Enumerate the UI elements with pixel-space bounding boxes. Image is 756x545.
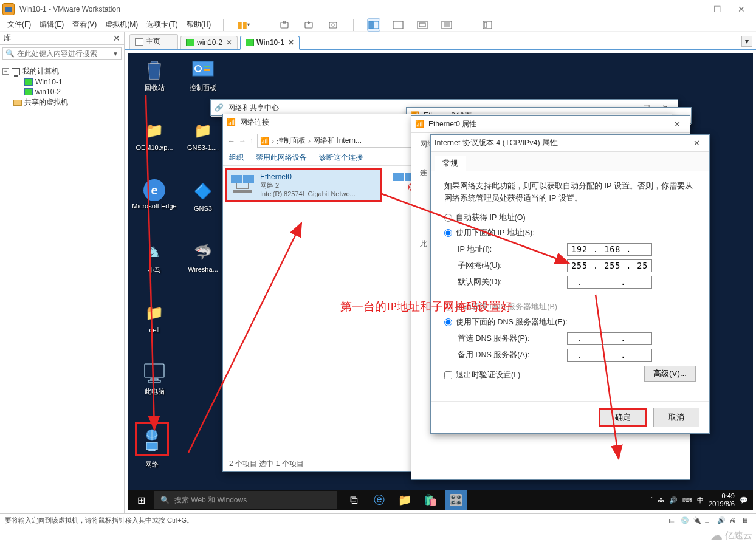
menu-help[interactable]: 帮助(H) — [187, 19, 211, 30]
status-cd-icon[interactable]: 💿 — [681, 516, 690, 525]
collapse-icon[interactable]: − — [2, 68, 9, 75]
minimize-button[interactable]: — — [681, 1, 705, 17]
edge-icon[interactable]: ⓔ — [368, 490, 390, 510]
menu-file[interactable]: 文件(F) — [7, 19, 31, 30]
explorer-icon[interactable]: 📁 — [394, 490, 416, 510]
desktop-network[interactable]: 网络 — [129, 422, 175, 469]
tab-home[interactable]: 主页 — [129, 34, 178, 49]
tab-win10-1[interactable]: Win10-1 ✕ — [240, 36, 300, 50]
vm-display[interactable]: 回收站 控制面板 📁 OEM10.xp... 📁 GNS3-1.... Micr… — [128, 53, 753, 510]
advanced-button[interactable]: 高级(V)... — [644, 366, 696, 382]
tray-lang-icon[interactable]: 中 — [697, 496, 704, 505]
snapshot-icon[interactable] — [278, 18, 291, 32]
sidebar-close-icon[interactable]: ✕ — [113, 33, 120, 43]
cmd-organize[interactable]: 组织 — [229, 153, 244, 163]
snapshot-revert-icon[interactable] — [302, 18, 315, 32]
subnet-mask-input[interactable] — [567, 259, 652, 272]
svg-rect-22 — [149, 450, 155, 451]
desktop-oem-folder[interactable]: 📁 OEM10.xp... — [131, 118, 177, 151]
tab-close-icon[interactable]: ✕ — [226, 38, 232, 47]
action-center-icon[interactable]: 💬 — [740, 496, 748, 504]
taskbar-search[interactable]: 🔍 搜索 Web 和 Windows — [154, 491, 337, 509]
cmd-disable[interactable]: 禁用此网络设备 — [256, 153, 307, 163]
svg-rect-13 — [193, 61, 213, 76]
cmd-diagnose[interactable]: 诊断这个连接 — [319, 153, 363, 163]
close-icon[interactable]: ✕ — [687, 139, 706, 148]
dns1-input[interactable] — [567, 332, 652, 345]
folder-icon — [13, 100, 22, 106]
ip-address-input[interactable] — [567, 243, 652, 256]
maximize-button[interactable]: ☐ — [705, 1, 729, 17]
sidebar-search[interactable]: 🔍 ▼ — [2, 47, 122, 60]
view-fullscreen-icon[interactable] — [416, 18, 429, 32]
nav-back-icon[interactable]: ← — [228, 137, 235, 145]
menu-view[interactable]: 查看(V) — [72, 19, 97, 30]
tree-vm2[interactable]: win10-2 — [2, 87, 122, 97]
status-sound-icon[interactable]: 🔊 — [717, 516, 727, 525]
svg-rect-15 — [204, 66, 210, 67]
desktop-control-panel[interactable]: 控制面板 — [180, 58, 226, 92]
vm-running-icon — [24, 88, 33, 95]
tray-volume-icon[interactable]: 🔊 — [669, 496, 678, 504]
tab-win10-2[interactable]: win10-2 ✕ — [180, 36, 238, 49]
ipv4-properties-dialog[interactable]: Internet 协议版本 4 (TCP/IPv4) 属性 ✕ 常规 如果网络支… — [430, 134, 710, 434]
ip-address-label: IP 地址(I): — [458, 244, 567, 255]
nav-fwd-icon[interactable]: → — [239, 137, 246, 145]
status-device-icon[interactable]: 🖴 — [668, 516, 678, 525]
nav-up-icon[interactable]: ↑ — [250, 137, 253, 145]
search-dropdown-icon[interactable]: ▼ — [112, 50, 119, 57]
svg-rect-23 — [231, 175, 242, 183]
desktop-this-pc[interactable]: 此电脑 — [131, 362, 177, 396]
sidebar-title: 库 — [4, 33, 113, 43]
radio-manual-dns[interactable]: 使用下面的 DNS 服务器地址(E): — [444, 317, 696, 327]
view-console-icon[interactable] — [391, 18, 405, 32]
cancel-button[interactable]: 取消 — [653, 408, 699, 427]
dns2-label: 备用 DNS 服务器(A): — [458, 350, 567, 360]
tree-shared[interactable]: 共享的虚拟机 — [2, 97, 122, 108]
pause-button[interactable]: ▮▮ ▾ — [237, 18, 250, 32]
desktop-xiaoma[interactable]: ♞ 小马 — [131, 240, 177, 275]
menu-vm[interactable]: 虚拟机(M) — [105, 19, 138, 30]
menu-edit[interactable]: 编辑(E) — [40, 19, 64, 30]
desktop-edge[interactable]: Microsoft Edge — [131, 179, 177, 210]
view-unity-icon[interactable] — [440, 18, 453, 32]
adapter-ethernet0[interactable]: Ethernet0 网络 2 Intel(R) 82574L Gigabit N… — [225, 168, 382, 202]
dns2-input[interactable] — [567, 349, 652, 362]
snapshot-manager-icon[interactable] — [326, 18, 340, 32]
radio-auto-ip[interactable]: 自动获得 IP 地址(O) — [444, 213, 696, 223]
status-display-icon[interactable]: 🖥 — [741, 516, 751, 525]
store-icon[interactable]: 🛍️ — [419, 490, 441, 510]
desktop-recycle-bin[interactable]: 回收站 — [131, 58, 177, 92]
desktop-dell[interactable]: 📁 dell — [131, 301, 177, 334]
radio-manual-ip[interactable]: 使用下面的 IP 地址(S): — [444, 228, 696, 238]
tab-general[interactable]: 常规 — [435, 156, 466, 171]
tree-vm1[interactable]: Win10-1 — [2, 77, 122, 87]
view-single-icon[interactable] — [367, 18, 380, 32]
svg-rect-26 — [393, 173, 404, 181]
tray-network-icon[interactable]: 🖧 — [658, 496, 664, 504]
tab-dropdown-icon[interactable]: ▾ — [741, 36, 752, 47]
search-input[interactable] — [17, 49, 112, 58]
status-usb-icon[interactable]: ⟂ — [705, 516, 715, 525]
menu-tabs[interactable]: 选项卡(T) — [146, 19, 177, 30]
tray-clock[interactable]: 0:49 2019/8/6 — [709, 492, 735, 508]
ok-button[interactable]: 确定 — [599, 408, 647, 427]
tab-close-icon[interactable]: ✕ — [288, 38, 294, 47]
vm-tabs: 主页 win10-2 ✕ Win10-1 ✕ ▾ — [125, 32, 756, 50]
desktop-gns3[interactable]: 🔷 GNS3 — [180, 179, 226, 212]
desktop-gns3-folder[interactable]: 📁 GNS3-1.... — [180, 118, 226, 151]
desktop-wireshark[interactable]: 🦈 Wiresha... — [180, 240, 226, 273]
status-net-icon[interactable]: 🔌 — [693, 516, 703, 525]
status-printer-icon[interactable]: 🖨 — [729, 516, 739, 525]
control-panel-task-icon[interactable]: 🎛️ — [445, 490, 467, 510]
close-icon[interactable]: ✕ — [668, 120, 686, 129]
tree-root[interactable]: − 我的计算机 — [2, 66, 122, 77]
gateway-input[interactable] — [567, 276, 652, 289]
close-button[interactable]: ✕ — [729, 1, 754, 17]
windows-taskbar: ⊞ 🔍 搜索 Web 和 Windows ⧉ ⓔ 📁 🛍️ 🎛️ ˆ 🖧 🔊 — [128, 490, 753, 510]
library-icon[interactable] — [481, 18, 494, 32]
tray-ime-icon[interactable]: ⌨ — [682, 496, 692, 504]
start-button[interactable]: ⊞ — [128, 490, 154, 510]
tray-up-icon[interactable]: ˆ — [651, 496, 653, 504]
task-view-icon[interactable]: ⧉ — [343, 490, 365, 510]
